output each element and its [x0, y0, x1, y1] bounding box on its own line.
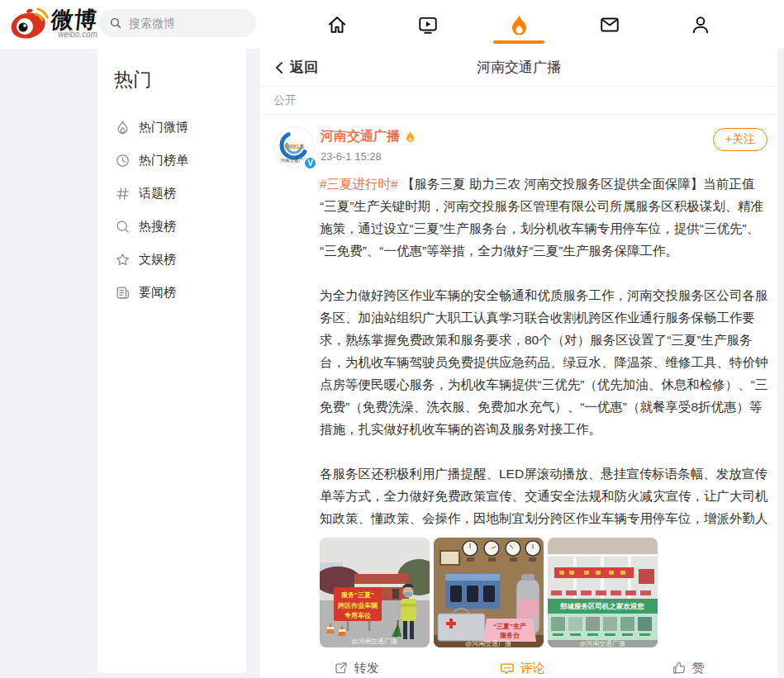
post-image-parking-sign[interactable]: 服务“三夏” 跨区作业车辆 专用车位 @河 [320, 538, 430, 647]
page-header: 河南交通广播 返回 [260, 49, 777, 87]
search-icon [109, 17, 122, 30]
sidebar: 热门 热门微博 热门榜单 话题榜 热搜榜 [97, 49, 246, 673]
comment-label: 评论 [520, 661, 545, 676]
sidebar-item-label: 热门榜单 [139, 153, 188, 168]
chevron-left-icon [273, 61, 285, 74]
sidebar-item-label: 要闻榜 [139, 285, 176, 301]
flame-icon [508, 14, 530, 36]
active-tab-indicator [493, 40, 544, 44]
search-icon [114, 218, 131, 235]
sidebar-item-label: 文娱榜 [139, 252, 176, 268]
sidebar-item-label: 热搜榜 [139, 219, 176, 235]
svg-text:FM91.5: FM91.5 [284, 144, 304, 149]
nav-home[interactable] [325, 12, 349, 37]
post-text: #三夏进行时# 【服务三夏 助力三农 河南交投服务区提供全面保障】当前正值“三夏… [320, 173, 771, 534]
sidebar-item-hot-ranking[interactable]: 热门榜单 [114, 144, 246, 177]
svg-text:@河南交通广播: @河南交通广播 [579, 639, 625, 647]
hash-icon [114, 185, 131, 202]
verified-badge-icon: V [303, 156, 317, 170]
nav-video[interactable] [416, 12, 440, 37]
svg-text:“三夏”生产: “三夏”生产 [493, 623, 526, 630]
sidebar-item-hot-search[interactable]: 热搜榜 [114, 210, 246, 243]
page-content: 热门 热门微博 热门榜单 话题榜 热搜榜 [0, 49, 784, 678]
top-bar: 微博 weibo.com [0, 0, 784, 49]
svg-text:专用车位: 专用车位 [344, 612, 371, 619]
search-box[interactable] [99, 9, 256, 37]
svg-text:@河南交通广播: @河南交通广播 [465, 639, 511, 647]
author-name[interactable]: 河南交通广播 [321, 128, 400, 145]
svg-text:@河南交通广播: @河南交通广播 [351, 637, 397, 645]
main-column: 河南交通广播 返回 公开 FM91.5 河南交通广播 [260, 49, 777, 678]
post-paragraph: 为全力做好跨区作业车辆的安全畅通和优质服务工作，河南交投服务区公司各服务区、加油… [320, 284, 771, 440]
post-paragraph: 各服务区还积极利用广播提醒、LED屏滚动播放、悬挂宣传标语条幅、发放宣传单等方式… [320, 462, 771, 534]
post-action-bar: 转发 评论 赞 [273, 655, 771, 678]
post-text-segment: 为全力做好跨区作业车辆的安全畅通和优质服务工作，河南交投服务区公司各服务区、加油… [320, 288, 768, 436]
mail-icon [599, 14, 620, 36]
sidebar-title: 热门 [114, 67, 246, 92]
avatar[interactable]: FM91.5 河南交通广播 V [273, 126, 315, 168]
repost-icon [334, 661, 349, 676]
like-label: 赞 [692, 661, 705, 676]
back-label: 返回 [290, 58, 318, 77]
sidebar-item-label: 热门微博 [139, 120, 188, 135]
follow-button[interactable]: +关注 [713, 128, 767, 151]
post-paragraph: #三夏进行时# 【服务三夏 助力三农 河南交投服务区提供全面保障】当前正值“三夏… [320, 173, 771, 262]
like-button[interactable]: 赞 [605, 661, 771, 676]
sidebar-item-label: 话题榜 [139, 186, 176, 202]
post-image-drivers-home[interactable]: 郏城服务区司机之家欢迎您 @河南交通广播 [548, 538, 658, 647]
weibo-eye-icon [8, 6, 50, 42]
nav-hot[interactable] [506, 12, 531, 37]
post-header: FM91.5 河南交通广播 V 河南交通广播 [273, 126, 771, 168]
svg-text:跨区作业车辆: 跨区作业车辆 [337, 602, 378, 609]
hashtag-link[interactable]: #三夏进行时# [320, 177, 398, 191]
svg-text:服务“三夏”: 服务“三夏” [340, 591, 374, 599]
repost-button[interactable]: 转发 [273, 661, 440, 676]
post-image-service-desk[interactable]: “三夏”生产 服务台 @河南交通广播 [434, 538, 544, 647]
weibo-logo[interactable]: 微博 weibo.com [8, 6, 97, 42]
repost-label: 转发 [354, 661, 379, 676]
post-text-segment: 各服务区还积极利用广播提醒、LED屏滚动播放、悬挂宣传标语条幅、发放宣传单等方式… [320, 467, 768, 534]
svg-text:服务台: 服务台 [499, 631, 520, 639]
home-icon [326, 14, 348, 36]
sidebar-item-hot-weibo[interactable]: 热门微博 [114, 111, 246, 144]
sidebar-item-topics[interactable]: 话题榜 [114, 177, 246, 210]
svg-text:郏城服务区司机之家欢迎您: 郏城服务区司机之家欢迎您 [559, 602, 645, 610]
post-images: 服务“三夏” 跨区作业车辆 专用车位 @河 [320, 538, 771, 647]
thumbs-up-icon [672, 661, 687, 676]
post: FM91.5 河南交通广播 V 河南交通广播 [260, 115, 777, 678]
nav-messages[interactable] [597, 12, 622, 37]
person-icon [690, 14, 711, 36]
sidebar-item-entertainment[interactable]: 文娱榜 [114, 243, 246, 276]
clock-icon [114, 152, 131, 168]
brand-name: 微博 [50, 9, 99, 31]
search-input[interactable] [129, 17, 236, 30]
video-icon [417, 14, 439, 36]
visibility-label: 公开 [260, 87, 777, 115]
nav-profile[interactable] [688, 12, 713, 37]
star-icon [114, 251, 131, 268]
comment-icon [500, 661, 515, 676]
flame-icon [114, 119, 131, 135]
sidebar-item-news[interactable]: 要闻榜 [114, 276, 246, 309]
vip-badge-icon [404, 130, 416, 143]
news-icon [114, 284, 131, 301]
back-button[interactable]: 返回 [273, 58, 318, 77]
post-timestamp: 23-6-1 15:28 [321, 150, 416, 163]
comment-button[interactable]: 评论 [440, 661, 606, 676]
page-title: 河南交通广播 [260, 58, 777, 77]
